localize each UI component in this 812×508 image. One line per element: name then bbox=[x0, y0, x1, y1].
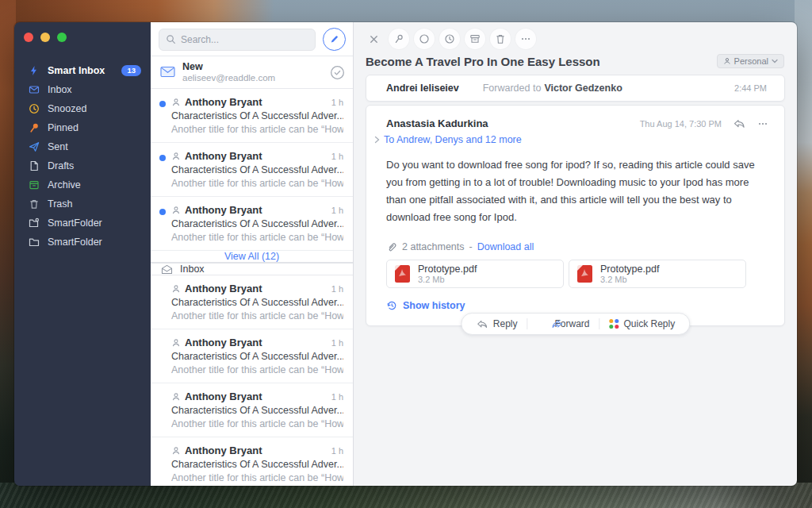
email-sender: Anthony Bryant bbox=[185, 150, 327, 162]
person-icon bbox=[171, 284, 181, 294]
person-icon bbox=[171, 152, 181, 161]
sidebar-item-label: SmartFolder bbox=[48, 217, 102, 229]
wallpaper-cliff-right bbox=[795, 0, 812, 508]
attachment-size: 3.2 Mb bbox=[600, 275, 659, 284]
email-list-item-read-2[interactable]: Anthony Bryant 1 h Characteristics Of A … bbox=[151, 329, 353, 383]
snooze-button[interactable] bbox=[439, 29, 460, 49]
sidebar-item-inbox[interactable]: Inbox bbox=[14, 80, 151, 99]
email-list-item-unread-2[interactable]: Anthony Bryant 1 h Characteristics Of A … bbox=[151, 142, 353, 196]
attachments-list: Prototype.pdf 3.2 Mb Prototype.pdf 3.2 M… bbox=[366, 252, 784, 288]
sidebar-item-archive[interactable]: Archive bbox=[14, 175, 151, 194]
sidebar-item-label: Pinned bbox=[48, 122, 79, 133]
mark-unread-button[interactable] bbox=[414, 29, 435, 49]
email-time: 1 h bbox=[331, 152, 343, 161]
attachment-card-1[interactable]: Prototype.pdf 3.2 Mb bbox=[386, 260, 564, 288]
reply-button[interactable]: Reply bbox=[466, 317, 527, 331]
inbox-open-envelope-icon bbox=[161, 264, 173, 275]
sidebar: Smart Inbox 13 Inbox Snoozed Pinned bbox=[14, 22, 151, 486]
search-row: Search... bbox=[151, 22, 353, 56]
email-preview: Another title for this article can be “H… bbox=[171, 124, 343, 135]
email-subject: Characteristics Of A Successful Adver... bbox=[171, 218, 343, 229]
zoom-window-button[interactable] bbox=[57, 33, 67, 42]
unread-count-badge: 13 bbox=[121, 65, 141, 76]
sidebar-item-drafts[interactable]: Drafts bbox=[14, 156, 151, 175]
send-icon bbox=[29, 141, 40, 152]
close-window-button[interactable] bbox=[24, 33, 33, 42]
email-preview: Another title for this article can be “H… bbox=[171, 472, 343, 483]
search-icon bbox=[166, 34, 176, 44]
message-more-icon[interactable] bbox=[757, 118, 768, 129]
wallpaper-cliff-left bbox=[0, 0, 16, 508]
email-list-item-read-4[interactable]: Anthony Bryant 1 h Characteristics Of A … bbox=[151, 437, 353, 486]
attachments-separator: - bbox=[469, 241, 473, 252]
reply-arrow-icon bbox=[476, 319, 488, 329]
title-row: Become A Travel Pro In One Easy Lesson P… bbox=[354, 51, 797, 75]
sidebar-item-pinned[interactable]: Pinned bbox=[14, 118, 151, 137]
email-list-item-unread-3[interactable]: Anthony Bryant 1 h Characteristics Of A … bbox=[151, 196, 353, 250]
mail-app-window: Smart Inbox 13 Inbox Snoozed Pinned bbox=[14, 22, 797, 486]
pin-message-button[interactable] bbox=[389, 29, 409, 49]
delete-button[interactable] bbox=[490, 29, 511, 49]
account-selector[interactable]: Personal bbox=[717, 54, 784, 68]
sidebar-item-smartfolder-2[interactable]: SmartFolder bbox=[14, 233, 151, 252]
clock-icon bbox=[29, 103, 40, 114]
person-icon bbox=[171, 446, 181, 456]
email-time: 1 h bbox=[331, 338, 343, 348]
thread-sender: Andrei Ieliseiev bbox=[386, 83, 459, 94]
new-mail-icon bbox=[160, 66, 176, 79]
show-history-row[interactable]: Show history bbox=[366, 288, 784, 314]
email-list-item-read-1[interactable]: Anthony Bryant 1 h Characteristics Of A … bbox=[151, 275, 353, 329]
sidebar-item-label: Sent bbox=[48, 141, 68, 152]
sidebar-item-trash[interactable]: Trash bbox=[14, 194, 151, 214]
new-group-title: New bbox=[182, 61, 324, 73]
archive-button[interactable] bbox=[465, 29, 485, 49]
sidebar-item-snoozed[interactable]: Snoozed bbox=[14, 99, 151, 118]
email-subject: Characteristics Of A Successful Adver... bbox=[171, 351, 343, 362]
reading-pane: Become A Travel Pro In One Easy Lesson P… bbox=[354, 22, 797, 486]
email-sender: Anthony Bryant bbox=[185, 204, 327, 216]
sidebar-item-smartfolder-1[interactable]: SmartFolder bbox=[14, 214, 151, 233]
email-time: 1 h bbox=[331, 446, 343, 456]
email-list-item-read-3[interactable]: Anthony Bryant 1 h Characteristics Of A … bbox=[151, 383, 353, 437]
unread-dot bbox=[159, 209, 166, 215]
open-message-card: Anastasia Kadurkina Thu Aug 14, 7:30 PM … bbox=[366, 105, 785, 326]
download-all-link[interactable]: Download all bbox=[477, 241, 534, 252]
chevron-right-icon[interactable] bbox=[374, 136, 380, 144]
recipients-link[interactable]: To Andrew, Denys and 12 more bbox=[384, 134, 522, 145]
close-message-button[interactable] bbox=[363, 29, 384, 49]
thread-summary-row[interactable]: Andrei Ieliseiev Forwarded to Victor Ged… bbox=[366, 75, 785, 102]
attachments-summary: 2 attachments - Download all bbox=[366, 226, 784, 252]
quick-reply-button[interactable]: Quick Reply bbox=[600, 317, 685, 331]
attachment-name: Prototype.pdf bbox=[418, 264, 477, 275]
sidebar-item-smart-inbox[interactable]: Smart Inbox 13 bbox=[14, 61, 151, 80]
message-toolbar bbox=[354, 22, 797, 51]
minimize-window-button[interactable] bbox=[40, 33, 50, 42]
message-sender: Anastasia Kadurkina bbox=[386, 117, 488, 129]
forward-button[interactable]: Forward bbox=[527, 317, 599, 331]
email-sender: Anthony Bryant bbox=[185, 391, 327, 402]
thread-target: Victor Gedzenko bbox=[544, 83, 622, 94]
message-cards: Andrei Ieliseiev Forwarded to Victor Ged… bbox=[354, 75, 797, 326]
new-group-row[interactable]: New aeliseev@readdle.com bbox=[151, 56, 353, 88]
view-all-link[interactable]: View All (12) bbox=[151, 250, 353, 262]
inbox-icon bbox=[29, 84, 40, 95]
more-actions-button[interactable] bbox=[515, 29, 536, 49]
mark-all-read-button[interactable] bbox=[330, 65, 345, 80]
archive-icon bbox=[29, 179, 40, 190]
show-history-link[interactable]: Show history bbox=[403, 300, 465, 311]
message-date: Thu Aug 14, 7:30 PM bbox=[640, 119, 722, 129]
email-preview: Another title for this article can be “H… bbox=[171, 418, 343, 429]
unread-dot bbox=[159, 155, 166, 161]
email-list-item-unread-1[interactable]: Anthony Bryant 1 h Characteristics Of A … bbox=[151, 89, 353, 142]
trash-icon bbox=[29, 198, 40, 210]
search-input[interactable]: Search... bbox=[159, 29, 316, 51]
attachments-count: 2 attachments bbox=[402, 241, 465, 252]
reply-button-label: Reply bbox=[493, 318, 518, 329]
person-icon bbox=[171, 206, 181, 215]
person-icon bbox=[171, 392, 181, 402]
sidebar-item-sent[interactable]: Sent bbox=[14, 137, 151, 156]
reply-icon[interactable] bbox=[733, 118, 746, 129]
compose-button[interactable] bbox=[323, 28, 346, 51]
attachment-card-2[interactable]: Prototype.pdf 3.2 Mb bbox=[569, 260, 746, 288]
folder-icon bbox=[29, 237, 40, 248]
